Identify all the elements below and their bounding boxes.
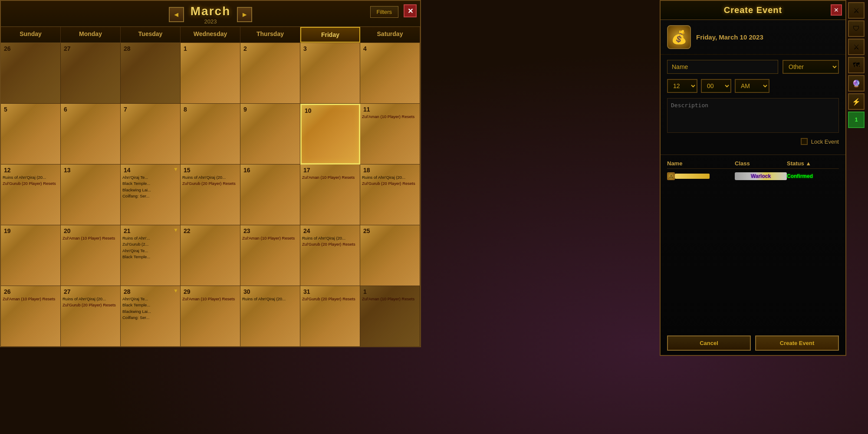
calendar-window: ◄ March 2023 ► Filters ✕ Sunday Monday T… xyxy=(0,0,421,347)
prev-month-button[interactable]: ◄ xyxy=(169,7,184,22)
icon-btn-2[interactable]: 🛡 xyxy=(848,20,865,37)
ampm-select[interactable]: AMPM xyxy=(735,79,769,93)
cell-dropdown-arrow[interactable]: ▼ xyxy=(173,288,178,294)
day-header-tuesday: Tuesday xyxy=(121,27,181,43)
cell-num: 19 xyxy=(3,227,59,235)
description-textarea[interactable] xyxy=(667,98,839,133)
cal-cell-17[interactable]: 17Zul'Aman (10 Player) Resets xyxy=(300,164,360,225)
cell-num: 21 xyxy=(122,227,178,235)
cal-cell-other[interactable]: 27 xyxy=(61,43,121,104)
icon-btn-5[interactable]: 🔮 xyxy=(848,75,865,92)
col-header-status[interactable]: Status ▲ xyxy=(787,160,839,167)
lock-checkbox[interactable] xyxy=(801,138,808,145)
icon-btn-7[interactable]: 1 xyxy=(848,112,865,128)
cal-cell-30[interactable]: 30Ruins of Ahn'Qiraj (20... xyxy=(240,286,300,347)
cell-event: Ruins of Ahn'Qiraj (20... xyxy=(242,296,298,302)
attendee-name-bar xyxy=(675,174,710,179)
event-type-select[interactable]: DungeonRaidPvPMeetingOther xyxy=(783,60,839,74)
icon-btn-6[interactable]: ⚡ xyxy=(848,93,865,110)
icon-btn-4[interactable]: 🗺 xyxy=(848,57,865,73)
cal-cell-other[interactable]: 28 xyxy=(121,43,181,104)
minute-select[interactable]: 00153045 xyxy=(701,79,731,93)
cal-cell-2[interactable]: 2 xyxy=(240,43,300,104)
cal-cell-29[interactable]: 29Zul'Aman (10 Player) Resets xyxy=(181,286,240,347)
icon-btn-3[interactable]: ⚔ xyxy=(848,39,865,55)
cal-cell-20[interactable]: 20Zul'Aman (10 Player) Resets xyxy=(61,225,121,286)
attendee-icon: ⚠ xyxy=(667,172,675,180)
cell-event: Zul'Aman (10 Player) Resets xyxy=(182,296,238,302)
cell-event: Ruins of Ahn'Qiraj (20... xyxy=(3,175,59,180)
cal-cell-6[interactable]: 6 xyxy=(61,104,121,164)
cal-cell-other[interactable]: 1Zul'Aman (10 Player) Resets xyxy=(360,286,420,347)
cal-cell-15[interactable]: 15Ruins of Ahn'Qiraj (20...Zul'Gurub (20… xyxy=(181,164,240,225)
cell-num: 23 xyxy=(242,227,298,235)
cell-num: 4 xyxy=(362,45,418,53)
attendee-status: Confirmed xyxy=(787,173,839,179)
attendees-section: Name Class Status ▲ ⚠ Warlock Confirmed xyxy=(661,155,845,185)
cal-cell-11[interactable]: 11Zul'Aman (10 Player) Resets xyxy=(360,104,420,164)
cal-cell-21[interactable]: 21▼Ruins of Ahn'...Zul'Gurub (2...Ahn'Qi… xyxy=(121,225,181,286)
cal-cell-22[interactable]: 22 xyxy=(181,225,240,286)
month-year: 2023 xyxy=(191,18,230,25)
cell-event: Ahn'Qiraj Te... xyxy=(122,175,178,180)
warlock-label: Warlock xyxy=(751,173,771,179)
attendee-class-cell: Warlock xyxy=(735,172,787,180)
cal-cell-16[interactable]: 16 xyxy=(240,164,300,225)
cell-num: 25 xyxy=(362,227,418,235)
cell-event: Zul'Aman (10 Player) Resets xyxy=(302,175,358,180)
cal-cell-12[interactable]: 12Ruins of Ahn'Qiraj (20...Zul'Gurub (20… xyxy=(1,164,61,225)
cell-num: 20 xyxy=(62,227,118,235)
cal-cell-4[interactable]: 4 xyxy=(360,43,420,104)
lock-row: Lock Event xyxy=(667,138,839,145)
cal-cell-27[interactable]: 27Ruins of Ahn'Qiraj (20...Zul'Gurub (20… xyxy=(61,286,121,347)
cal-cell-19[interactable]: 19 xyxy=(1,225,61,286)
cell-event: Blackwing Lai... xyxy=(122,309,178,314)
icon-btn-1[interactable]: ⚔ xyxy=(848,2,865,19)
cell-num: 11 xyxy=(362,105,418,113)
hour-select[interactable]: 121234567891011 xyxy=(667,79,697,93)
filters-button[interactable]: Filters xyxy=(370,6,398,18)
cal-cell-13[interactable]: 13 xyxy=(61,164,121,225)
cell-event: Zul'Gurub (20 Player) Resets xyxy=(182,181,238,186)
cell-num: 31 xyxy=(302,288,358,296)
cal-cell-26[interactable]: 26Zul'Aman (10 Player) Resets xyxy=(1,286,61,347)
cell-event: Ruins of Ahn'Qiraj (20... xyxy=(62,296,118,302)
cal-cell-25[interactable]: 25 xyxy=(360,225,420,286)
cal-cell-5[interactable]: 5 xyxy=(1,104,61,164)
cancel-button[interactable]: Cancel xyxy=(667,335,751,351)
cell-num: 10 xyxy=(303,107,357,115)
cell-dropdown-arrow[interactable]: ▼ xyxy=(173,227,178,233)
cell-num: 3 xyxy=(302,45,358,53)
cal-cell-8[interactable]: 8 xyxy=(181,104,240,164)
day-headers: Sunday Monday Tuesday Wednesday Thursday… xyxy=(1,27,420,43)
cal-cell-24[interactable]: 24Ruins of Ahn'Qiraj (20...Zul'Gurub (20… xyxy=(300,225,360,286)
cal-cell-23[interactable]: 23Zul'Aman (10 Player) Resets xyxy=(240,225,300,286)
panel-close-button[interactable]: ✕ xyxy=(831,4,842,16)
cell-event: Zul'Aman (10 Player) Resets xyxy=(3,296,59,302)
calendar-close-button[interactable]: ✕ xyxy=(404,4,417,17)
create-event-button[interactable]: Create Event xyxy=(755,335,839,351)
next-month-button[interactable]: ► xyxy=(237,7,252,22)
cal-cell-10[interactable]: 10 xyxy=(300,104,360,164)
cal-cell-3[interactable]: 3 xyxy=(300,43,360,104)
cal-cell-14[interactable]: 14▼Ahn'Qiraj Te...Black Temple...Blackwi… xyxy=(121,164,181,225)
cell-num: 1 xyxy=(182,45,238,53)
event-name-input[interactable] xyxy=(667,60,778,74)
panel-date-text: Friday, March 10 2023 xyxy=(696,33,763,41)
cal-cell-28[interactable]: 28▼Ahn'Qiraj Te...Black Temple...Blackwi… xyxy=(121,286,181,347)
lock-label: Lock Event xyxy=(811,138,839,145)
cell-num: 28 xyxy=(122,45,178,53)
cell-dropdown-arrow[interactable]: ▼ xyxy=(173,166,178,172)
cell-event: Ruins of Ahn'Qiraj (20... xyxy=(362,175,418,180)
cal-cell-7[interactable]: 7 xyxy=(121,104,181,164)
cal-cell-31[interactable]: 31Zul'Gurub (20 Player) Resets xyxy=(300,286,360,347)
cal-cell-1[interactable]: 1 xyxy=(181,43,240,104)
col-header-name: Name xyxy=(667,160,735,167)
cal-cell-9[interactable]: 9 xyxy=(240,104,300,164)
cell-num: 15 xyxy=(182,166,238,174)
cal-cell-other[interactable]: 26 xyxy=(1,43,61,104)
cell-num: 2 xyxy=(242,45,298,53)
cell-event: Zul'Gurub (20 Player) Resets xyxy=(302,296,358,302)
cal-cell-18[interactable]: 18Ruins of Ahn'Qiraj (20...Zul'Gurub (20… xyxy=(360,164,420,225)
cell-event: Black Temple... xyxy=(122,181,178,186)
